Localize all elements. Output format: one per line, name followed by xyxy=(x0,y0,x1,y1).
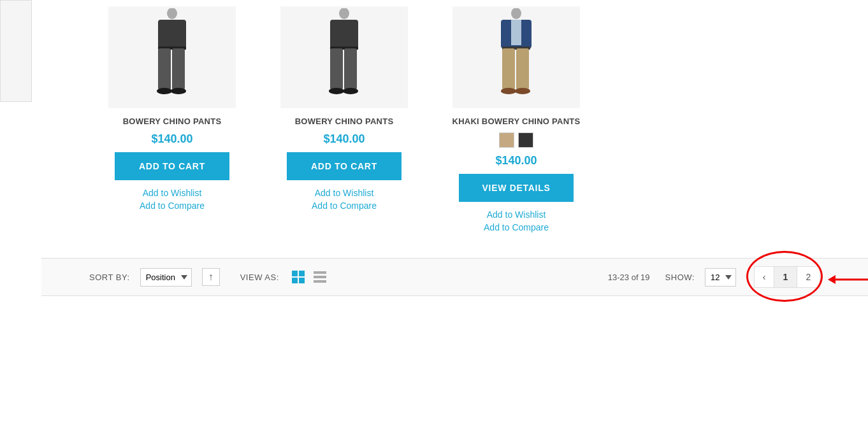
product-name-2: BOWERY CHINO PANTS xyxy=(295,116,394,127)
product-price-1: $140.00 xyxy=(151,132,192,146)
svg-point-6 xyxy=(171,88,186,94)
pagination-prev-button[interactable]: ‹ xyxy=(754,266,774,288)
svg-point-14 xyxy=(511,8,521,19)
sidebar-area xyxy=(0,0,41,296)
svg-point-7 xyxy=(339,8,349,19)
results-count: 13-23 of 19 xyxy=(608,273,650,282)
svg-rect-19 xyxy=(516,48,529,90)
svg-rect-22 xyxy=(292,271,298,276)
product-silhouette-1 xyxy=(127,8,217,107)
svg-rect-8 xyxy=(330,20,358,48)
view-icons xyxy=(289,268,329,286)
svg-marker-30 xyxy=(828,275,835,284)
prev-page-icon: ‹ xyxy=(763,272,766,282)
product-links-1: Add to Wishlist Add to Compare xyxy=(140,188,205,211)
svg-point-0 xyxy=(167,8,177,19)
pagination: ‹ 1 2 xyxy=(754,266,820,288)
toolbar: SORT BY: Position Name Price ↑ VIEW AS: xyxy=(41,258,868,296)
arrow-icon xyxy=(828,270,868,289)
product-grid: BOWERY CHINO PANTS $140.00 ADD TO CART A… xyxy=(41,0,868,258)
page-2-label: 2 xyxy=(806,272,811,282)
product-image-3 xyxy=(452,6,580,108)
list-icon xyxy=(313,270,327,284)
product-image-1 xyxy=(108,6,236,108)
product-image-2 xyxy=(280,6,408,108)
svg-rect-1 xyxy=(158,20,186,48)
svg-point-5 xyxy=(157,88,172,94)
product-name-1: BOWERY CHINO PANTS xyxy=(123,116,222,127)
arrow-annotation xyxy=(828,270,868,292)
svg-rect-10 xyxy=(330,48,343,90)
svg-rect-25 xyxy=(299,278,305,283)
product-card-2: BOWERY CHINO PANTS $140.00 ADD TO CART A… xyxy=(261,6,427,245)
main-content: BOWERY CHINO PANTS $140.00 ADD TO CART A… xyxy=(41,0,868,296)
grid-icon xyxy=(291,270,305,284)
sort-label: SORT BY: xyxy=(89,273,130,282)
show-label: SHOW: xyxy=(665,273,695,282)
page-1-label: 1 xyxy=(783,272,788,282)
svg-rect-26 xyxy=(314,271,326,274)
svg-rect-4 xyxy=(172,48,185,90)
svg-rect-3 xyxy=(158,48,171,90)
show-select[interactable]: 12 24 36 xyxy=(705,268,736,287)
product-price-3: $140.00 xyxy=(495,154,537,167)
view-details-button-3[interactable]: VIEW DETAILS xyxy=(459,174,574,202)
sort-direction-button[interactable]: ↑ xyxy=(202,268,220,286)
add-to-cart-button-1[interactable]: ADD TO CART xyxy=(115,152,229,180)
svg-rect-28 xyxy=(314,280,326,283)
svg-point-20 xyxy=(501,88,516,94)
add-to-wishlist-link-2[interactable]: Add to Wishlist xyxy=(315,188,374,198)
product-silhouette-3 xyxy=(472,8,561,107)
product-name-3: KHAKI BOWERY CHINO PANTS xyxy=(452,116,580,127)
product-links-3: Add to Wishlist Add to Compare xyxy=(484,209,549,232)
svg-rect-23 xyxy=(299,271,305,276)
grid-view-button[interactable] xyxy=(289,268,307,286)
swatch-khaki[interactable] xyxy=(499,132,514,148)
product-silhouette-2 xyxy=(300,8,389,107)
svg-rect-16 xyxy=(511,20,521,45)
list-view-button[interactable] xyxy=(311,268,329,286)
content-area: BOWERY CHINO PANTS $140.00 ADD TO CART A… xyxy=(0,0,868,296)
view-label: VIEW AS: xyxy=(240,273,279,282)
page-wrapper: BOWERY CHINO PANTS $140.00 ADD TO CART A… xyxy=(0,0,868,426)
product-card-3: KHAKI BOWERY CHINO PANTS $140.00 VIEW DE… xyxy=(433,6,599,245)
product-price-2: $140.00 xyxy=(323,132,365,146)
add-to-compare-link-3[interactable]: Add to Compare xyxy=(484,222,549,232)
swatch-black[interactable] xyxy=(518,132,533,148)
svg-rect-11 xyxy=(344,48,357,90)
add-to-cart-button-2[interactable]: ADD TO CART xyxy=(287,152,401,180)
color-swatches-3 xyxy=(499,132,533,148)
sort-up-icon: ↑ xyxy=(208,271,213,283)
sort-select[interactable]: Position Name Price xyxy=(140,268,192,287)
add-to-wishlist-link-3[interactable]: Add to Wishlist xyxy=(487,209,546,220)
sidebar-strip xyxy=(0,0,32,102)
svg-rect-27 xyxy=(314,276,326,278)
svg-point-12 xyxy=(329,88,344,94)
svg-rect-24 xyxy=(292,278,298,283)
svg-point-21 xyxy=(515,88,530,94)
add-to-compare-link-1[interactable]: Add to Compare xyxy=(140,201,205,211)
svg-rect-18 xyxy=(502,48,515,90)
svg-point-13 xyxy=(343,88,358,94)
pagination-page-2[interactable]: 2 xyxy=(797,266,820,288)
product-card: BOWERY CHINO PANTS $140.00 ADD TO CART A… xyxy=(89,6,255,245)
add-to-wishlist-link-1[interactable]: Add to Wishlist xyxy=(143,188,202,198)
add-to-compare-link-2[interactable]: Add to Compare xyxy=(312,201,377,211)
pagination-page-1[interactable]: 1 xyxy=(774,266,797,288)
product-links-2: Add to Wishlist Add to Compare xyxy=(312,188,377,211)
